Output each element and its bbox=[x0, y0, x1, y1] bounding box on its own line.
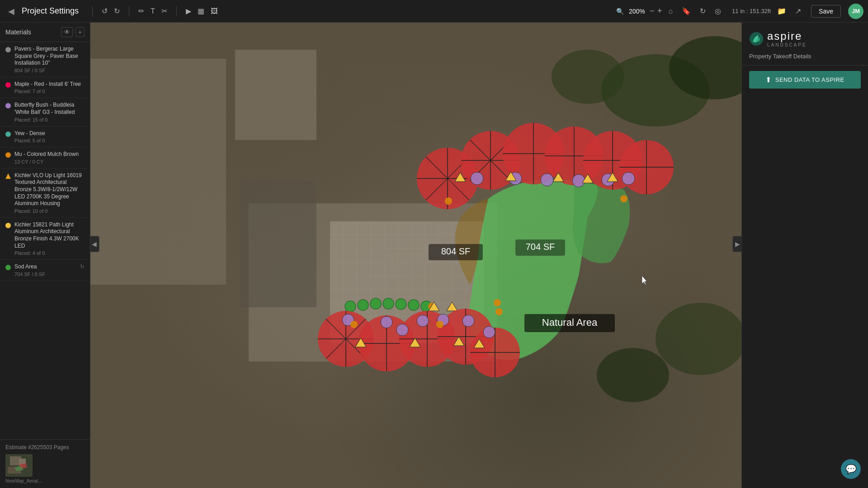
svg-point-108 bbox=[350, 321, 358, 328]
pencil-tool[interactable]: ✏ bbox=[136, 5, 147, 17]
refresh-button[interactable]: ↻ bbox=[697, 5, 708, 17]
send-data-button[interactable]: ⬆ SEND DATA TO ASPIRE bbox=[749, 71, 861, 89]
visibility-toggle[interactable]: 👁 bbox=[61, 27, 73, 37]
material-color-dot bbox=[5, 152, 11, 158]
loading-spinner: ↻ bbox=[80, 263, 85, 270]
list-item[interactable]: Mu - Colored Mulch Brown13 CY / 0 CY bbox=[0, 147, 90, 169]
material-info: Butterfly Bush - Buddleia 'White Ball' G… bbox=[14, 102, 85, 122]
undo-button[interactable]: ↺ bbox=[99, 5, 110, 17]
material-color-dot bbox=[5, 47, 11, 52]
separator-3 bbox=[176, 6, 177, 17]
svg-rect-9 bbox=[240, 181, 316, 307]
material-name: Pavers - Bergerac Large Square Grey - Pa… bbox=[14, 46, 85, 67]
chat-button[interactable]: 💬 bbox=[841, 459, 861, 479]
svg-point-73 bbox=[383, 298, 394, 309]
svg-point-12 bbox=[552, 50, 624, 104]
right-panel: aspire LANDSCAPE Property Takeoff Detail… bbox=[741, 23, 868, 488]
map-area[interactable]: 804 SF 704 SF Natural Area bbox=[90, 23, 741, 488]
aspire-logo-icon bbox=[749, 32, 764, 46]
aspire-header: aspire LANDSCAPE Property Takeoff Detail… bbox=[742, 23, 868, 66]
list-item[interactable]: Kichler 15821 Path Light Aluminum Archit… bbox=[0, 218, 90, 260]
list-item[interactable]: Butterfly Bush - Buddleia 'White Ball' G… bbox=[0, 98, 90, 126]
send-data-label: SEND DATA TO ASPIRE bbox=[775, 76, 844, 83]
redo-button[interactable]: ↻ bbox=[111, 5, 123, 17]
zoom-value: 200% bbox=[627, 8, 647, 15]
send-icon: ⬆ bbox=[765, 75, 772, 84]
svg-text:704 SF: 704 SF bbox=[526, 242, 555, 252]
list-item[interactable]: Pavers - Bergerac Large Square Grey - Pa… bbox=[0, 42, 90, 77]
svg-point-59 bbox=[572, 174, 585, 187]
add-material-button[interactable]: + bbox=[75, 27, 85, 37]
back-button[interactable]: ◀ bbox=[5, 5, 18, 18]
separator-1 bbox=[92, 6, 93, 17]
svg-point-67 bbox=[445, 197, 452, 205]
material-color-dot bbox=[5, 223, 11, 228]
bookmark-icon[interactable]: 🔖 bbox=[679, 5, 693, 17]
history-tools: ↺ ↻ bbox=[99, 5, 123, 17]
share-icon[interactable]: ↗ bbox=[793, 5, 804, 17]
material-quantity: 804 SF / 0 SF bbox=[14, 68, 85, 73]
left-panel: Materials 👁 + Pavers - Bergerac Large Sq… bbox=[0, 23, 90, 488]
material-quantity: Placed: 5 of 0 bbox=[14, 138, 85, 143]
material-quantity: Placed: 7 of 0 bbox=[14, 89, 85, 94]
image-button[interactable]: 🖼 bbox=[208, 5, 221, 17]
svg-rect-8 bbox=[235, 50, 316, 140]
layers-button[interactable]: ◎ bbox=[712, 5, 724, 17]
list-item[interactable]: Yew - DensePlaced: 5 of 0 bbox=[0, 127, 90, 148]
material-info: Maple - Red - Install 6' TreePlaced: 7 o… bbox=[14, 81, 85, 94]
list-item[interactable]: Kichler VLO Up Light 16019 Textured Arch… bbox=[0, 169, 90, 218]
svg-point-69 bbox=[620, 195, 627, 202]
property-takeoff-label: Property Takeoff Details bbox=[749, 53, 861, 60]
material-quantity: Placed: 4 of 0 bbox=[14, 250, 85, 256]
svg-rect-7 bbox=[90, 59, 226, 285]
material-info: Pavers - Bergerac Large Square Grey - Pa… bbox=[14, 46, 85, 73]
material-color-dot bbox=[5, 103, 11, 108]
text-tool[interactable]: T bbox=[148, 5, 158, 17]
scissors-tool[interactable]: ✂ bbox=[159, 5, 170, 17]
panel-actions: 👁 + bbox=[61, 27, 85, 37]
topbar: ◀ Project Settings ↺ ↻ ✏ T ✂ ▶ ▦ 🖼 🔍 200… bbox=[0, 0, 868, 23]
material-color-dot bbox=[5, 82, 11, 88]
estimate-section: Estimate #2625503 Pages NearMap_Aerial..… bbox=[0, 439, 90, 488]
material-color-dot bbox=[5, 265, 11, 270]
svg-point-14 bbox=[597, 348, 669, 402]
list-item[interactable]: Sod Area704 SF / 0 SF↻ bbox=[0, 260, 90, 281]
list-item[interactable]: Maple - Red - Install 6' TreePlaced: 7 o… bbox=[0, 77, 90, 99]
svg-point-99 bbox=[396, 324, 408, 336]
save-button[interactable]: Save bbox=[811, 5, 841, 18]
svg-point-75 bbox=[408, 300, 419, 310]
material-info: Kichler VLO Up Light 16019 Textured Arch… bbox=[14, 172, 85, 214]
home-button[interactable]: ⌂ bbox=[665, 5, 675, 17]
zoom-plus-button[interactable]: + bbox=[657, 6, 662, 16]
svg-point-74 bbox=[396, 299, 406, 310]
view-tools: ▶ ▦ 🖼 bbox=[183, 5, 221, 17]
svg-point-56 bbox=[471, 172, 483, 185]
svg-point-58 bbox=[541, 174, 553, 186]
material-name: Kichler VLO Up Light 16019 Textured Arch… bbox=[14, 172, 85, 207]
cursor-icon bbox=[642, 276, 647, 285]
page-title: Project Settings bbox=[22, 6, 79, 16]
grid-button[interactable]: ▦ bbox=[195, 5, 207, 17]
material-color-dot bbox=[5, 174, 11, 179]
svg-text:Natural Area: Natural Area bbox=[542, 317, 598, 328]
material-color-dot bbox=[5, 131, 11, 137]
search-icon: 🔍 bbox=[616, 8, 624, 15]
materials-list: Pavers - Bergerac Large Square Grey - Pa… bbox=[0, 42, 90, 439]
upload-icon: 📁 bbox=[774, 5, 789, 17]
separator-2 bbox=[129, 6, 129, 17]
material-quantity: Placed: 10 of 0 bbox=[14, 208, 85, 214]
svg-text:804 SF: 804 SF bbox=[441, 246, 470, 256]
collapse-right-button[interactable]: ▶ bbox=[732, 236, 742, 252]
estimate-thumbnail[interactable] bbox=[5, 454, 33, 477]
materials-header: Materials 👁 + bbox=[0, 23, 90, 42]
svg-point-72 bbox=[370, 298, 381, 309]
aspire-text: aspire LANDSCAPE bbox=[767, 30, 807, 47]
svg-point-98 bbox=[381, 316, 392, 328]
material-info: Kichler 15821 Path Light Aluminum Archit… bbox=[14, 221, 85, 256]
svg-point-102 bbox=[462, 315, 474, 327]
play-button[interactable]: ▶ bbox=[183, 5, 194, 17]
collapse-left-button[interactable]: ◀ bbox=[90, 236, 99, 252]
avatar[interactable]: JM bbox=[848, 4, 863, 19]
zoom-minus-button[interactable]: − bbox=[650, 6, 655, 16]
material-quantity: Placed: 15 of 0 bbox=[14, 117, 85, 122]
